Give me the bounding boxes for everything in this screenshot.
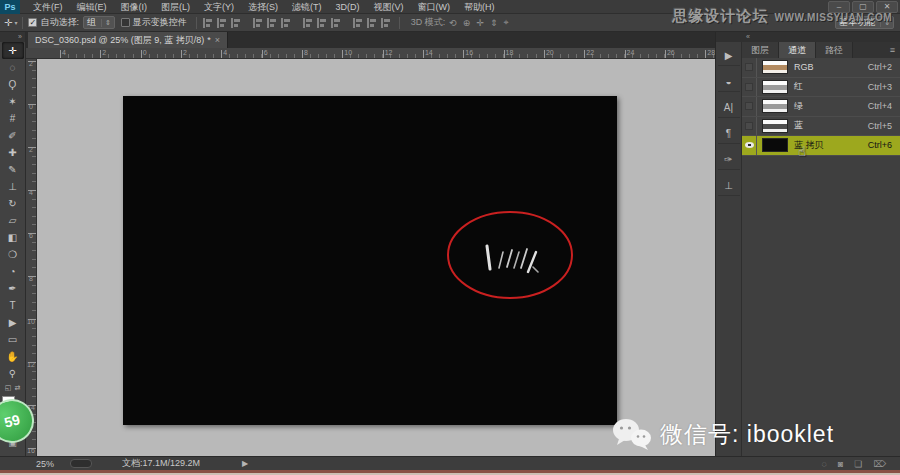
- dist-hcenter-icon[interactable]: [366, 18, 377, 28]
- save-selection-icon[interactable]: ◙: [838, 459, 843, 469]
- dist-vcenter-icon[interactable]: [316, 18, 327, 28]
- actions-panel-icon[interactable]: ▶: [718, 46, 740, 66]
- menu-type[interactable]: 文字(Y): [197, 0, 241, 14]
- visibility-toggle[interactable]: [742, 97, 757, 116]
- dist-right-icon[interactable]: [380, 18, 391, 28]
- eye-well: [745, 122, 753, 130]
- default-colors-icon[interactable]: ◱: [5, 384, 12, 392]
- dist-bottom-icon[interactable]: [330, 18, 341, 28]
- channel-row-blue-copy[interactable]: 蓝 拷贝 Ctrl+6 ☝: [742, 136, 900, 156]
- visibility-toggle[interactable]: [742, 58, 757, 77]
- menu-edit[interactable]: 编辑(E): [70, 0, 114, 14]
- separator: [399, 17, 400, 29]
- tab-close-icon[interactable]: ×: [215, 35, 220, 45]
- align-top-icon[interactable]: [202, 18, 213, 28]
- ruler-label: 24: [627, 48, 667, 57]
- eraser-tool[interactable]: ▱: [2, 212, 24, 229]
- channel-thumbnail: [762, 138, 788, 152]
- menu-3d[interactable]: 3D(D): [329, 0, 367, 14]
- photo-document[interactable]: [123, 96, 617, 425]
- bottom-edge-strip: [0, 470, 900, 475]
- menu-select[interactable]: 选择(S): [241, 0, 285, 14]
- menu-filter[interactable]: 滤镜(T): [285, 0, 329, 14]
- clone-source-panel-icon[interactable]: ⊥: [718, 176, 740, 196]
- character-panel-icon[interactable]: A|: [718, 98, 740, 118]
- align-right-icon[interactable]: [280, 18, 291, 28]
- tab-channels[interactable]: 通道: [779, 42, 816, 58]
- 3d-drag-icon[interactable]: ✛: [476, 18, 484, 28]
- dock-collapse-icon[interactable]: «: [716, 32, 900, 42]
- canvas-area[interactable]: [37, 59, 715, 456]
- delete-channel-icon[interactable]: ⌦: [873, 459, 886, 469]
- tab-layers[interactable]: 图层: [742, 42, 779, 58]
- dist-top-icon[interactable]: [302, 18, 313, 28]
- 3d-slide-icon[interactable]: ⇕: [490, 18, 498, 28]
- gradient-tool[interactable]: ◧: [2, 229, 24, 246]
- hand-tool[interactable]: ✋: [2, 348, 24, 365]
- zoom-tool[interactable]: ⚲: [2, 365, 24, 382]
- new-channel-icon[interactable]: ❏: [854, 459, 862, 469]
- 3d-scale-icon[interactable]: ⌖: [504, 17, 509, 28]
- eyedropper-tool[interactable]: ✐: [2, 127, 24, 144]
- visibility-toggle[interactable]: [742, 78, 757, 97]
- load-selection-icon[interactable]: ◌: [821, 459, 826, 469]
- tool-presets-panel-icon[interactable]: ✑: [718, 150, 740, 170]
- dist-left-icon[interactable]: [352, 18, 363, 28]
- paragraph-panel-icon[interactable]: ¶: [718, 124, 740, 144]
- document-tab[interactable]: DSC_0360.psd @ 25% (图层 9, 蓝 拷贝/8) * ×: [28, 32, 228, 48]
- panel-menu-icon[interactable]: ≡: [890, 42, 900, 58]
- type-tool[interactable]: T: [2, 297, 24, 314]
- swap-colors-icon[interactable]: ⇄: [14, 384, 20, 392]
- lasso-tool[interactable]: Ϙ: [2, 76, 24, 93]
- healing-brush-tool[interactable]: ✚: [2, 144, 24, 161]
- pen-tool[interactable]: ✒: [2, 280, 24, 297]
- menu-help[interactable]: 帮助(H): [457, 0, 502, 14]
- path-selection-tool[interactable]: ▶: [2, 314, 24, 331]
- channel-row-green[interactable]: 绿 Ctrl+4: [742, 97, 900, 117]
- status-scrubber[interactable]: [70, 459, 92, 468]
- blur-tool[interactable]: ❍: [2, 246, 24, 263]
- tab-paths[interactable]: 路径: [816, 42, 853, 58]
- vertical-ruler[interactable]: 2024681012141618: [26, 59, 37, 456]
- dodge-tool[interactable]: ◔: [2, 263, 24, 280]
- channel-row-blue[interactable]: 蓝 Ctrl+5: [742, 117, 900, 137]
- align-left-icon[interactable]: [252, 18, 263, 28]
- align-vcenter-icon[interactable]: [216, 18, 227, 28]
- ruler-label: 12: [27, 361, 36, 404]
- marquee-tool[interactable]: ◌: [2, 59, 24, 76]
- horizontal-ruler[interactable]: 420246810121416182022242628: [26, 48, 715, 59]
- menu-file[interactable]: 文件(F): [26, 0, 70, 14]
- ruler-label: 4: [62, 48, 102, 57]
- align-hcenter-icon[interactable]: [266, 18, 277, 28]
- crop-tool[interactable]: #: [2, 110, 24, 127]
- channel-name: 绿: [794, 100, 803, 113]
- menu-layer[interactable]: 图层(L): [154, 0, 197, 14]
- align-bottom-icon[interactable]: [230, 18, 241, 28]
- brush-tool[interactable]: ✎: [2, 161, 24, 178]
- 3d-roll-icon[interactable]: ⊕: [463, 18, 471, 28]
- auto-select-checkbox[interactable]: ✓: [28, 18, 37, 27]
- panel-empty-area: [742, 156, 900, 457]
- shape-tool[interactable]: ▭: [2, 331, 24, 348]
- quick-selection-tool[interactable]: ✶: [2, 93, 24, 110]
- status-menu-arrow-icon[interactable]: ▶: [242, 459, 248, 468]
- channel-row-rgb[interactable]: RGB Ctrl+2: [742, 58, 900, 78]
- 3d-rotate-icon[interactable]: ⟲: [449, 18, 457, 28]
- clone-stamp-tool[interactable]: ⊥: [2, 178, 24, 195]
- visibility-toggle[interactable]: [742, 136, 757, 155]
- current-tool-chip[interactable]: ✛ ▾: [4, 17, 17, 28]
- move-tool[interactable]: ✛: [2, 42, 24, 59]
- ruler-label: 10: [344, 48, 384, 57]
- menu-image[interactable]: 图像(I): [114, 0, 155, 14]
- menu-view[interactable]: 视图(V): [367, 0, 411, 14]
- adjustments-panel-icon[interactable]: ◒: [718, 72, 740, 92]
- history-brush-tool[interactable]: ↻: [2, 195, 24, 212]
- toolbar-collapse-icon[interactable]: »: [0, 32, 25, 42]
- menu-window[interactable]: 窗口(W): [411, 0, 458, 14]
- ruler-label: 2: [27, 146, 36, 189]
- zoom-level[interactable]: 25%: [36, 459, 54, 469]
- show-transform-checkbox[interactable]: [121, 18, 130, 27]
- channel-row-red[interactable]: 红 Ctrl+3: [742, 78, 900, 98]
- visibility-toggle[interactable]: [742, 117, 757, 136]
- auto-select-dropdown[interactable]: 组 ⇕: [83, 16, 115, 29]
